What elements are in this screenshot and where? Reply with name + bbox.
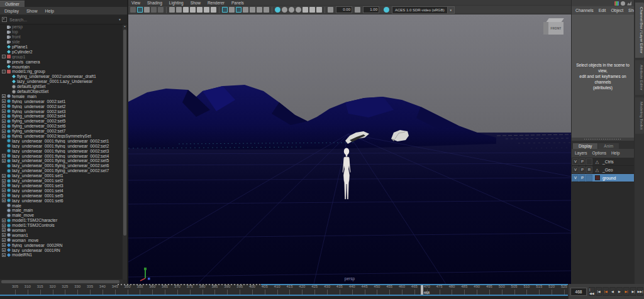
filter-icon[interactable] <box>2 17 7 22</box>
layer-row[interactable]: VPground <box>572 174 634 182</box>
tab-attribute-editor[interactable]: Attribute Editor <box>635 60 644 95</box>
camera-select-icon[interactable] <box>137 7 143 13</box>
outliner-item[interactable]: +flying_underwear_0002:set1 <box>0 99 123 104</box>
screen-space-ao-icon[interactable] <box>309 7 315 13</box>
outliner-item[interactable]: +flying_underwear_0002:set5 <box>0 119 123 124</box>
expander-icon[interactable]: + <box>2 253 6 257</box>
outliner-item[interactable]: +woman <box>0 228 123 233</box>
outliner-item[interactable]: mountain <box>0 64 123 69</box>
fill-gate-icon[interactable] <box>257 7 262 13</box>
channel-display-icon[interactable] <box>614 1 619 6</box>
playback-toggle[interactable]: P <box>579 158 586 165</box>
menu-layers[interactable]: Layers <box>575 151 587 155</box>
tab-channel-box-layer-editor[interactable]: Channel Box / Layer Editor <box>635 3 644 58</box>
safe-action-icon[interactable] <box>243 7 248 13</box>
smooth-shade-icon[interactable] <box>282 7 287 13</box>
menu-channels[interactable]: Channels <box>575 8 594 13</box>
outliner-item[interactable]: +woman_move <box>0 237 123 242</box>
outliner-horizontal-scrollbar[interactable] <box>0 280 123 284</box>
current-time-marker[interactable] <box>421 285 423 295</box>
step-forward-frame-button[interactable]: ▶| <box>630 287 636 296</box>
scene-view[interactable]: FRONT persp <box>128 14 571 284</box>
expander-icon[interactable]: + <box>2 179 6 183</box>
outliner-item[interactable]: +lazy_underwear_0001RN <box>0 247 123 253</box>
range-slider-strip[interactable] <box>0 296 568 299</box>
speed-state-icon[interactable] <box>621 1 625 6</box>
outliner-item[interactable]: pPlane1 <box>0 45 123 50</box>
expander-icon[interactable]: + <box>2 248 6 252</box>
outliner-item[interactable]: +lazy_underwear_0001:set6 <box>0 198 123 203</box>
chevron-down-icon[interactable]: ▼ <box>118 18 121 21</box>
use-all-lights-icon[interactable] <box>296 7 301 13</box>
outliner-item[interactable]: male_main <box>0 208 123 213</box>
expander-icon[interactable]: + <box>2 124 6 128</box>
step-back-key-button[interactable]: |◀ <box>602 287 609 296</box>
outliner-item[interactable]: +flying_underwear_0002:set4 <box>0 114 123 119</box>
outliner-item[interactable]: previs_camera <box>0 59 123 64</box>
menu-shading[interactable]: Shading <box>147 1 162 5</box>
safe-title-icon[interactable] <box>250 7 255 13</box>
outliner-item[interactable]: +flying_underwear_0002:set2 <box>0 104 123 109</box>
menu-object[interactable]: Object <box>611 8 623 13</box>
menu-edit[interactable]: Edit <box>599 8 606 13</box>
visibility-toggle[interactable]: V <box>572 166 579 173</box>
expander-icon[interactable]: + <box>2 224 6 227</box>
expander-icon[interactable]: - <box>2 70 6 73</box>
menu-panels[interactable]: Panels <box>231 1 244 5</box>
gamma-field[interactable]: 1.00 <box>363 6 379 13</box>
viewcube[interactable]: FRONT <box>543 18 566 38</box>
outliner-item[interactable]: side <box>0 40 123 45</box>
outliner-item[interactable]: lazy_underwear_0001:flying_underwear_000… <box>0 168 123 173</box>
resolution-gate-icon[interactable] <box>236 7 242 13</box>
expander-icon[interactable]: + <box>2 154 6 158</box>
character-pose-icon[interactable] <box>190 7 196 13</box>
tab-modeling-toolkit[interactable]: Modeling Toolkit <box>635 97 644 134</box>
menu-show[interactable]: Show <box>191 1 201 5</box>
expander-icon[interactable]: + <box>2 119 6 123</box>
outliner-item[interactable]: +model1:TSM2Character <box>0 218 123 223</box>
view-transform-dropdown[interactable]: ACES 1.0 SDR-video (sRGB) ▼ <box>392 6 455 14</box>
outliner-vertical-scrollbar[interactable]: ▲ <box>123 24 127 280</box>
outliner-item[interactable]: lazy_underwear_0001:flying_underwear_000… <box>0 163 123 168</box>
outliner-item[interactable]: +lazy_underwear_0001:set4 <box>0 188 123 193</box>
menu-display[interactable]: Display <box>4 9 19 13</box>
bookmark-icon[interactable] <box>158 7 164 13</box>
expander-icon[interactable]: + <box>2 129 6 133</box>
outliner-item[interactable]: +lazy_underwear_0001:set5 <box>0 193 123 198</box>
playback-toggle[interactable]: P <box>579 175 586 182</box>
outliner-item[interactable]: +flying_underwear_0002:set3 <box>0 109 123 114</box>
menu-show[interactable]: Show <box>26 9 38 13</box>
pencil-icon[interactable] <box>211 7 216 13</box>
menu-options[interactable]: Options <box>592 151 606 155</box>
outliner-item[interactable]: lazy_underwear_0001:flying_underwear_000… <box>0 138 123 143</box>
gamma-icon[interactable] <box>355 7 360 13</box>
image-plane-icon[interactable] <box>169 7 175 13</box>
viewcube-front-face[interactable]: FRONT <box>548 22 564 35</box>
current-frame-field[interactable]: 468 <box>570 288 587 296</box>
shadows-icon[interactable] <box>303 7 308 13</box>
outliner-item[interactable]: pCylinder2 <box>0 49 123 54</box>
expander-icon[interactable]: + <box>2 238 6 242</box>
outliner-item[interactable]: +lazy_underwear_0001:set2 <box>0 178 123 183</box>
outliner-item[interactable]: male_move <box>0 213 123 218</box>
menu-renderer[interactable]: Renderer <box>208 1 225 5</box>
visibility-toggle[interactable]: V <box>572 175 579 182</box>
menu-lighting[interactable]: Lighting <box>169 1 184 5</box>
play-forwards-button[interactable]: ▶ <box>616 287 623 296</box>
step-forward-key-button[interactable]: ▶| <box>623 287 630 296</box>
layer-color-swatch[interactable]: △ <box>594 168 600 172</box>
outliner-tab[interactable]: Outliner <box>0 1 25 7</box>
xray-icon[interactable] <box>316 7 322 13</box>
display-type-toggle[interactable] <box>586 158 592 165</box>
expander-icon[interactable]: + <box>2 233 6 237</box>
pin-icon[interactable] <box>130 7 136 13</box>
outliner-item[interactable]: +flying_underwear_0002RN <box>0 242 123 247</box>
outliner-item[interactable]: front <box>0 35 123 40</box>
expander-icon[interactable]: + <box>2 183 6 187</box>
step-back-frame-button[interactable]: |◀ <box>596 287 602 296</box>
layer-tab-anim[interactable]: Anim <box>598 143 619 149</box>
outliner-item[interactable]: +lazy_underwear_0001:set3 <box>0 183 123 188</box>
field-chart-icon[interactable] <box>264 7 269 13</box>
textured-icon[interactable] <box>289 7 294 13</box>
expander-icon[interactable]: - <box>2 55 6 58</box>
